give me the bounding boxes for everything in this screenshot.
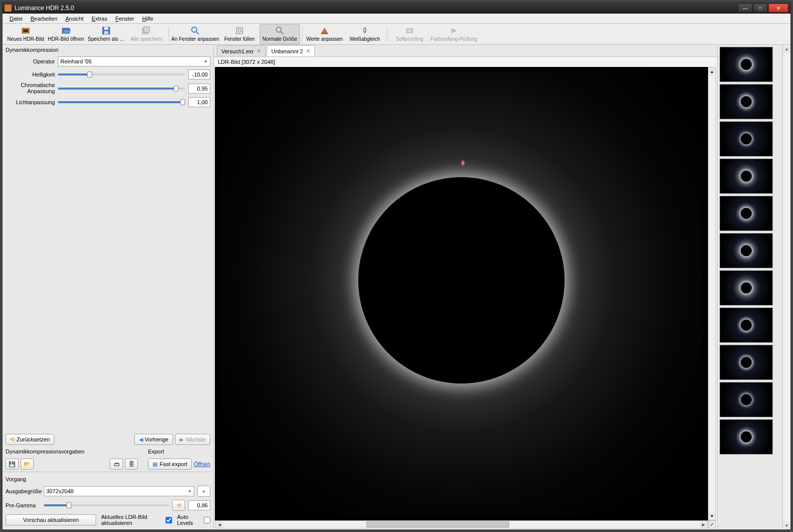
vertical-scrollbar[interactable]: ▲ ▼: [708, 67, 716, 520]
menu-ansicht[interactable]: Ansicht: [61, 15, 88, 23]
thumbnail[interactable]: [720, 47, 773, 82]
db-load-button[interactable]: 🗄: [125, 459, 138, 470]
tabbar: Versuch1.exr ✕ Unbenannt 2 ✕: [214, 45, 717, 57]
auto-levels-checkbox[interactable]: [204, 517, 210, 523]
open-hdr-button[interactable]: HDR-Bild öffnen: [46, 24, 86, 44]
folder-open-icon: 📂: [24, 461, 31, 468]
center-panel: Versuch1.exr ✕ Unbenannt 2 ✕ LDR-Bild [3…: [214, 45, 717, 529]
auto-levels-label: Auto Levels: [177, 514, 199, 526]
close-button[interactable]: ✕: [768, 4, 788, 13]
close-tab-icon[interactable]: ✕: [306, 48, 310, 54]
thumbnail[interactable]: [720, 84, 773, 119]
thumbnail[interactable]: [720, 382, 773, 417]
svg-rect-10: [236, 28, 243, 34]
light-row: Lichtanpassung 1,00: [3, 96, 213, 109]
svg-point-12: [276, 27, 281, 32]
menu-fenster[interactable]: Fenster: [111, 15, 138, 23]
svg-rect-1: [23, 29, 28, 32]
normal-size-label: Normale Größe: [263, 36, 297, 42]
new-hdr-icon: [21, 26, 30, 35]
operator-select[interactable]: Reinhard '05 ▼: [58, 56, 210, 66]
output-size-row: Ausgabegröße 3072x2048 ▼ +: [3, 484, 213, 498]
chroma-label: Chromatische Anpassung: [6, 83, 55, 94]
save-as-label: Speichern als …: [88, 36, 124, 42]
body: Dynamikkompression Operator Reinhard '05…: [3, 45, 790, 529]
db-save-button[interactable]: 🗃: [110, 459, 123, 470]
toolbar-separator: [169, 27, 169, 42]
process-title: Vorgang: [3, 474, 213, 484]
reset-button[interactable]: ⟲ Zurücksetzen: [6, 434, 54, 445]
maximize-button[interactable]: □: [753, 4, 767, 13]
output-size-select[interactable]: 3072x2048 ▼: [44, 486, 194, 496]
open-preset-button[interactable]: 📂: [21, 459, 34, 470]
save-as-button[interactable]: Speichern als …: [86, 24, 126, 44]
pregamma-input[interactable]: 0,86: [188, 500, 210, 510]
gamut-check-button[interactable]: Farbumfang-Prüfung: [430, 24, 478, 44]
fill-window-button[interactable]: Fenster füllen: [219, 24, 260, 44]
thumbnail[interactable]: [720, 159, 773, 194]
ldr-label: LDR-Bild [3072 x 2048]: [214, 57, 717, 67]
fit-window-button[interactable]: An Fenster anpassen: [171, 24, 219, 44]
export-title: Export: [148, 448, 210, 454]
brightness-slider[interactable]: [58, 71, 185, 78]
svg-rect-15: [407, 29, 413, 33]
gamut-check-label: Farbumfang-Prüfung: [431, 36, 477, 42]
left-panel: Dynamikkompression Operator Reinhard '05…: [3, 45, 214, 529]
light-slider[interactable]: [58, 99, 185, 106]
reset-pregamma-button[interactable]: ⟲: [172, 500, 185, 511]
update-ldr-checkbox[interactable]: [166, 517, 172, 523]
presets-title: Dynamikkompressionsvorgaben: [6, 448, 138, 454]
fast-export-button[interactable]: ▦ Fast export: [148, 459, 192, 470]
add-size-button[interactable]: +: [197, 486, 210, 497]
brightness-input[interactable]: -10,00: [188, 69, 210, 80]
menubar: Datei Bearbeiten Ansicht Extras Fenster …: [3, 14, 790, 24]
softproofing-icon: [405, 26, 414, 35]
update-preview-button[interactable]: Vorschau aktualisieren: [6, 514, 96, 525]
database-load-icon: 🗄: [129, 461, 134, 467]
softproofing-button[interactable]: Softproofing: [389, 24, 430, 44]
light-input[interactable]: 1,00: [188, 97, 210, 107]
next-button[interactable]: ▶ Nächste: [175, 434, 210, 445]
pregamma-label: Pre-Gamma: [6, 502, 41, 508]
right-scrollbar[interactable]: ▲ ▼: [782, 45, 790, 529]
brightness-label: Helligkeit: [6, 71, 55, 78]
svg-rect-4: [104, 27, 108, 30]
menu-datei[interactable]: Datei: [6, 15, 27, 23]
tab-unbenannt2[interactable]: Unbenannt 2 ✕: [267, 45, 315, 56]
thumbnail[interactable]: [720, 121, 773, 157]
open-export-link[interactable]: Öffnen: [194, 461, 210, 467]
thumbnail[interactable]: [720, 308, 773, 343]
new-hdr-button[interactable]: Neues HDR-Bild: [6, 24, 46, 44]
close-tab-icon[interactable]: ✕: [257, 48, 261, 54]
thumbnail[interactable]: [720, 270, 773, 306]
svg-point-8: [192, 27, 197, 32]
horizontal-scrollbar[interactable]: ◀ ▶: [215, 520, 708, 528]
svg-point-11: [238, 29, 241, 32]
thumbnail[interactable]: [720, 419, 773, 454]
save-all-icon: [142, 26, 151, 35]
minimize-button[interactable]: —: [738, 4, 752, 13]
menu-hilfe[interactable]: Hilfe: [138, 15, 157, 23]
chroma-slider[interactable]: [58, 85, 185, 92]
thumbnail[interactable]: [720, 345, 773, 380]
menu-extras[interactable]: Extras: [88, 15, 111, 23]
thumbnail[interactable]: [720, 196, 773, 231]
window-title: Luminance HDR 2.5.0: [15, 5, 737, 12]
preview-image[interactable]: [215, 67, 708, 520]
save-preset-button[interactable]: 💾: [6, 459, 19, 470]
prev-button[interactable]: ◀ Vorherige: [134, 434, 173, 445]
adjust-levels-button[interactable]: Werte anpassen: [304, 24, 345, 44]
white-balance-button[interactable]: Weißabgleich: [345, 24, 385, 44]
menu-bearbeiten[interactable]: Bearbeiten: [27, 15, 61, 23]
white-balance-icon: [360, 26, 369, 35]
resize-grip-icon[interactable]: ⤢: [708, 520, 716, 528]
operator-label: Operator: [6, 58, 55, 64]
normal-size-button[interactable]: Normale Größe: [260, 24, 300, 44]
image-area: ▲ ▼ ◀ ▶ ⤢: [214, 67, 717, 529]
thumbnail-list[interactable]: [718, 45, 782, 529]
pregamma-slider[interactable]: [44, 502, 169, 509]
tab-versuch1[interactable]: Versuch1.exr ✕: [217, 45, 266, 56]
thumbnail[interactable]: [720, 233, 773, 268]
chroma-input[interactable]: 0,95: [188, 84, 210, 94]
save-all-button[interactable]: Alle speichern: [126, 24, 167, 44]
